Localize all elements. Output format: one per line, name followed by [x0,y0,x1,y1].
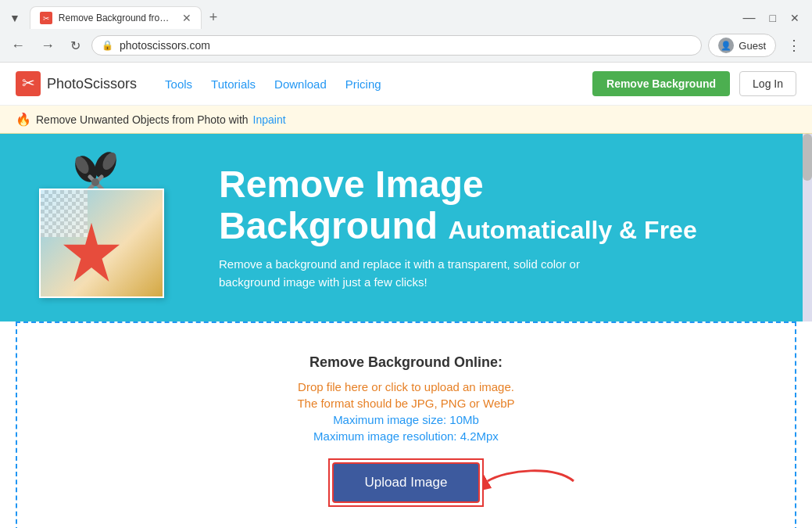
hero-title-line1: Remove Image [219,164,781,206]
svg-text:✂: ✂ [22,74,35,92]
hero-image [31,157,188,298]
starfish-background [41,190,163,296]
scrollbar[interactable] [803,134,812,321]
logo: ✂ PhotoScissors [16,71,137,96]
tab-list-button[interactable]: ▼ [6,9,23,27]
upload-hint1: Drop file here or click to upload an ima… [33,380,779,393]
nav-pricing[interactable]: Pricing [345,77,381,91]
tab-title: Remove Background from Im... [59,13,176,23]
tab-close-button[interactable]: ✕ [182,13,191,23]
upload-btn-highlight-box: Upload Image [328,458,485,507]
guest-avatar-icon: 👤 [718,38,734,53]
page-content: ✂ PhotoScissors Tools Tutorials Download… [0,63,812,528]
hero-title-auto: Automatically & Free [448,216,696,244]
hero-title-line2: Background Automatically & Free [219,206,781,247]
nav-download[interactable]: Download [274,77,327,91]
upload-resolution: Maximum image resolution: 4.2Mpx [33,429,779,443]
back-button[interactable]: ← [6,34,30,57]
url-text: photoscissors.com [120,39,692,52]
nav-tools[interactable]: Tools [165,77,192,91]
upload-section: Remove Background Online: Drop file here… [16,321,796,528]
browser-chrome: ▼ ✂ Remove Background from Im... ✕ + — □… [0,0,812,63]
reload-button[interactable]: ↻ [66,35,85,56]
logo-icon: ✂ [16,71,41,96]
upload-size: Maximum image size: 10Mb [33,413,779,426]
guest-label: Guest [739,40,766,52]
browser-menu-button[interactable]: ⋮ [782,34,806,57]
logo-text: PhotoScissors [47,76,137,92]
close-button[interactable]: ✕ [784,9,806,27]
svg-marker-7 [63,223,120,282]
announcement-bar: 🔥 Remove Unwanted Objects from Photo wit… [0,106,812,134]
arrow-annotation [484,462,578,504]
remove-background-button[interactable]: Remove Background [592,71,730,96]
lock-icon: 🔒 [102,40,113,51]
hero-description: Remove a background and replace it with … [219,256,610,291]
red-arrow-icon [484,462,578,501]
upload-button-container: Upload Image [328,458,485,507]
window-action-buttons: — □ ✕ [737,8,806,28]
upload-format: The format should be JPG, PNG or WebP [33,397,779,410]
nav-tutorials[interactable]: Tutorials [211,77,256,91]
upload-image-button[interactable]: Upload Image [332,462,481,503]
tab-favicon: ✂ [40,12,52,24]
address-bar[interactable]: 🔒 photoscissors.com [91,35,702,56]
nav-bar: ← → ↻ 🔒 photoscissors.com 👤 Guest ⋮ [0,29,812,62]
forward-button[interactable]: → [36,34,59,57]
login-button[interactable]: Log In [739,71,796,96]
svg-point-6 [91,178,99,186]
hero-image-container [31,157,203,298]
hero-title-auto-text: Automatically & Free [448,216,696,244]
browser-top-bar: ▼ ✂ Remove Background from Im... ✕ + — □… [0,0,812,29]
site-nav: Tools Tutorials Download Pricing [165,77,574,91]
announcement-text: Remove Unwanted Objects from Photo with [36,113,249,126]
site-header: ✂ PhotoScissors Tools Tutorials Download… [0,63,812,106]
hero-title-background: Background [219,205,438,246]
inpaint-link[interactable]: Inpaint [253,113,286,126]
tab-bar: ✂ Remove Background from Im... ✕ + [30,6,731,29]
fire-icon: 🔥 [16,112,31,127]
photo-card [39,189,164,298]
guest-profile-button[interactable]: 👤 Guest [708,34,776,57]
active-tab[interactable]: ✂ Remove Background from Im... ✕ [30,6,202,29]
starfish-image [56,218,127,289]
header-actions: Remove Background Log In [592,71,796,96]
maximize-button[interactable]: □ [764,9,782,27]
new-tab-button[interactable]: + [205,8,223,27]
upload-title: Remove Background Online: [33,354,779,371]
hero-section: Remove Image Background Automatically & … [0,134,812,321]
hero-text: Remove Image Background Automatically & … [203,164,781,292]
scrollbar-thumb[interactable] [803,134,812,181]
minimize-button[interactable]: — [737,8,762,28]
window-controls: ▼ [6,9,23,27]
